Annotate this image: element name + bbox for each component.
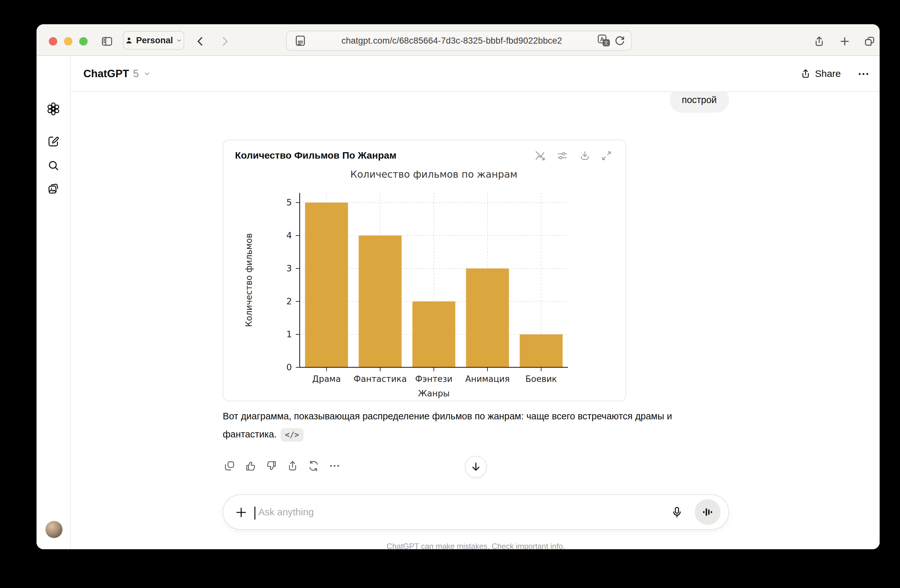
screen: Personal: [0, 0, 900, 588]
browser-share-button[interactable]: [813, 35, 826, 48]
tab-overview-button[interactable]: [863, 35, 876, 48]
share-label: Share: [815, 68, 841, 79]
model-selector[interactable]: ChatGPT 5: [84, 56, 151, 91]
upload-icon: [286, 460, 299, 472]
assistant-message: Вот диаграмма, показывающая распределени…: [223, 407, 708, 443]
conversation-header: ChatGPT 5 Share: [71, 56, 880, 92]
code-reference-chip[interactable]: </>: [281, 428, 304, 442]
composer-input[interactable]: Ask anything: [258, 507, 314, 518]
thumbs-up-icon: [244, 460, 257, 472]
svg-text:Анимация: Анимация: [465, 374, 509, 384]
svg-text:Драма: Драма: [312, 374, 341, 384]
user-avatar[interactable]: [45, 521, 63, 538]
profile-label: Personal: [136, 36, 173, 46]
svg-text:Фантастика: Фантастика: [354, 374, 407, 384]
regenerate-icon: [307, 460, 320, 472]
conversation-more-button[interactable]: [857, 68, 870, 80]
svg-text:5: 5: [286, 197, 292, 207]
disclaimer-text: ChatGPT can make mistakes. Check importa…: [223, 542, 729, 549]
sidebar-toggle-button[interactable]: [101, 35, 113, 48]
share-icon: [813, 35, 826, 48]
svg-text:文: 文: [604, 40, 609, 46]
svg-text:0: 0: [286, 362, 292, 372]
reload-icon[interactable]: [614, 34, 626, 47]
back-button[interactable]: [194, 35, 206, 48]
share-button[interactable]: Share: [800, 56, 841, 91]
svg-text:Количество фильмов: Количество фильмов: [244, 233, 254, 327]
model-version: 5: [133, 68, 139, 80]
regenerate-button[interactable]: [307, 460, 320, 472]
svg-text:4: 4: [286, 231, 292, 240]
more-icon: [857, 68, 870, 80]
translate-icon[interactable]: A 文: [597, 34, 611, 48]
search-button[interactable]: [47, 159, 59, 172]
new-tab-button[interactable]: [839, 35, 851, 48]
user-message-text: построй: [682, 94, 717, 105]
thumbs-down-icon: [265, 460, 278, 472]
sidebar: [37, 56, 71, 549]
voice-mode-button[interactable]: [695, 499, 721, 525]
message-more-button[interactable]: [329, 460, 341, 472]
user-message-bubble: построй: [669, 92, 729, 113]
browser-toolbar: Personal: [37, 24, 880, 56]
chevron-down-icon: [143, 70, 151, 78]
thumbs-up-button[interactable]: [244, 460, 257, 472]
voice-mode-icon: [701, 506, 714, 518]
chatgpt-app: ChatGPT 5 Share: [37, 56, 880, 549]
library-button[interactable]: [47, 183, 59, 195]
share-icon: [800, 68, 811, 79]
plus-icon: [234, 506, 248, 519]
tab-overview-icon: [863, 35, 876, 48]
url-text[interactable]: chatgpt.com/c/68c85664-7d3c-8325-bbbf-fb…: [307, 36, 597, 46]
upload-button[interactable]: [286, 460, 299, 472]
arrow-down-icon: [470, 461, 482, 473]
mic-icon: [670, 506, 684, 519]
forward-button[interactable]: [219, 35, 231, 48]
new-chat-button[interactable]: [47, 135, 59, 148]
address-bar[interactable]: chatgpt.com/c/68c85664-7d3c-8325-bbbf-fb…: [286, 31, 632, 51]
search-icon: [47, 159, 59, 172]
thumbs-down-button[interactable]: [265, 460, 278, 472]
new-chat-icon: [47, 135, 59, 148]
new-tab-icon: [839, 35, 851, 48]
svg-text:2: 2: [286, 296, 292, 306]
svg-text:1: 1: [286, 329, 292, 339]
composer[interactable]: Ask anything: [223, 494, 729, 530]
copy-button[interactable]: [223, 460, 236, 472]
svg-text:Количество фильмов по жанрам: Количество фильмов по жанрам: [351, 169, 518, 180]
svg-text:Боевик: Боевик: [525, 374, 557, 384]
scroll-to-bottom-button[interactable]: [465, 456, 487, 478]
dictate-button[interactable]: [670, 506, 684, 519]
copy-icon: [223, 460, 236, 472]
svg-text:Жанры: Жанры: [418, 388, 450, 398]
zoom-window-button[interactable]: [79, 37, 88, 46]
forward-icon: [219, 35, 231, 48]
attach-button[interactable]: [234, 506, 248, 519]
browser-window: Personal: [37, 24, 880, 549]
more-icon: [329, 460, 341, 472]
chart-card: Количество Фильмов По Жанрам: [223, 139, 626, 401]
person-icon: [124, 36, 133, 45]
openai-logo-icon: [47, 102, 60, 116]
app-title: ChatGPT: [84, 68, 129, 80]
genre-bar-chart: 012345ДрамаФантастикаФэнтезиАнимацияБоев…: [232, 159, 616, 401]
svg-text:Фэнтези: Фэнтези: [415, 374, 453, 384]
svg-text:3: 3: [286, 263, 292, 273]
back-icon: [194, 35, 206, 48]
minimize-window-button[interactable]: [64, 37, 72, 46]
close-window-button[interactable]: [49, 37, 57, 46]
sidebar-toggle-icon: [101, 35, 113, 48]
chevron-down-icon: [175, 37, 183, 44]
reader-icon[interactable]: [294, 34, 307, 47]
library-icon: [47, 183, 59, 195]
text-caret: [254, 507, 255, 520]
chat-viewport[interactable]: построй Количество Фильмов По Жанрам: [71, 92, 880, 549]
profile-button[interactable]: Personal: [123, 31, 184, 50]
